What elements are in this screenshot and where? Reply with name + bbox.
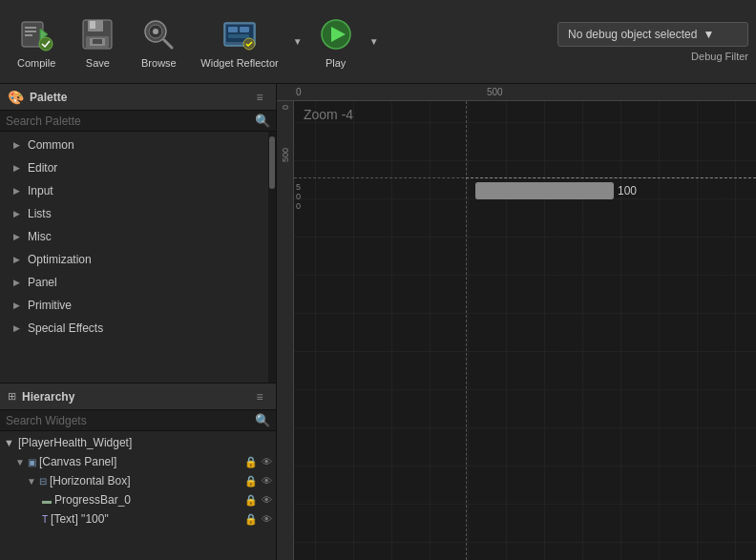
palette-search-input[interactable]	[6, 114, 251, 128]
ruler-top: 0 500	[277, 84, 756, 101]
hierarchy-menu-btn[interactable]: ≡	[251, 388, 268, 405]
hierarchy-item-hbox[interactable]: ▼ ⊟ [Horizontal Box] 🔒 👁	[0, 471, 276, 490]
progressbar-lock-icon[interactable]: 🔒	[244, 494, 258, 507]
lists-arrow: ▶	[13, 209, 20, 218]
misc-arrow: ▶	[13, 232, 20, 241]
play-button[interactable]: Play	[307, 10, 365, 74]
palette-item-panel[interactable]: ▶ Panel	[0, 271, 276, 294]
palette-item-lists[interactable]: ▶ Lists	[0, 202, 276, 225]
hbox-eye-icon[interactable]: 👁	[262, 475, 272, 487]
svg-rect-7	[93, 39, 102, 44]
palette-item-primitive-label: Primitive	[28, 299, 72, 312]
hierarchy-item-canvas[interactable]: ▼ ▣ [Canvas Panel] 🔒 👁	[0, 452, 276, 471]
root-expand-icon: ▼	[4, 437, 14, 448]
save-button[interactable]: Save	[69, 10, 126, 74]
compile-button[interactable]: Compile	[8, 10, 65, 74]
editor-arrow: ▶	[13, 163, 20, 173]
toolbar: Compile Save Browse	[0, 0, 756, 84]
hbox-icon: ⊟	[39, 476, 47, 487]
progressbar-label: ProgressBar_0	[54, 493, 244, 507]
browse-label: Browse	[141, 57, 177, 69]
palette-list: ▶ Common ▶ Editor ▶ Input ▶ Lists ▶ Mi	[0, 132, 276, 383]
compile-label: Compile	[17, 57, 55, 69]
palette-item-special-effects[interactable]: ▶ Special Effects	[0, 317, 276, 340]
debug-filter-area: No debug object selected ▼ Debug Filter	[557, 22, 748, 62]
left-panel: 🎨 Palette ≡ 🔍 ▶ Common ▶ Editor	[0, 84, 277, 560]
browse-icon	[139, 15, 178, 53]
hierarchy-item-progressbar[interactable]: ▬ ProgressBar_0 🔒 👁	[0, 490, 276, 509]
progressbar-eye-icon[interactable]: 👁	[262, 494, 272, 507]
svg-point-10	[153, 29, 158, 34]
progressbar-actions: 🔒 👁	[244, 494, 272, 507]
ruler-left-label2: 500	[281, 148, 290, 162]
debug-select-arrow: ▼	[703, 28, 714, 41]
play-icon	[317, 15, 355, 53]
hierarchy-title: Hierarchy	[22, 390, 245, 404]
ruler-left-0-mark: 5 0 0	[296, 182, 301, 211]
common-arrow: ▶	[13, 140, 20, 150]
widget-reflector-icon	[220, 15, 259, 53]
palette-item-lists-label: Lists	[28, 207, 52, 220]
svg-rect-15	[228, 34, 249, 38]
primitive-arrow: ▶	[13, 301, 20, 310]
special-effects-arrow: ▶	[13, 323, 20, 333]
v-dash-line	[466, 101, 467, 560]
debug-object-select[interactable]: No debug object selected ▼	[557, 22, 748, 47]
debug-filter-label: Debug Filter	[691, 51, 748, 62]
canvas-widget-container: 100 5 0 0	[294, 101, 756, 560]
palette-item-common[interactable]: ▶ Common	[0, 134, 276, 156]
text-actions: 🔒 👁	[244, 513, 272, 526]
palette-title: Palette	[30, 91, 245, 104]
progress-bar-visual	[475, 182, 614, 199]
hierarchy-search-input[interactable]	[6, 414, 251, 427]
compile-icon	[17, 15, 55, 53]
palette-search-icon[interactable]: 🔍	[255, 114, 270, 128]
svg-rect-13	[228, 27, 238, 32]
canvas-label: [Canvas Panel]	[39, 455, 244, 468]
palette-item-common-label: Common	[28, 138, 74, 152]
progress-bar-fill	[476, 183, 613, 198]
play-options-arrow[interactable]: ▼	[368, 0, 380, 84]
text-eye-icon[interactable]: 👁	[262, 513, 272, 526]
hierarchy-search-icon[interactable]: 🔍	[255, 413, 270, 427]
progress-widget: 100	[475, 182, 637, 199]
widget-reflector-label: Widget Reflector	[200, 57, 278, 69]
palette-item-input[interactable]: ▶ Input	[0, 179, 276, 202]
canvas-area[interactable]: 0 500 0 500 Zoom -4 100	[277, 84, 756, 560]
hbox-expand-icon: ▼	[27, 476, 36, 487]
hierarchy-item-text[interactable]: T [Text] "100" 🔒 👁	[0, 509, 276, 529]
palette-menu-btn[interactable]: ≡	[251, 89, 268, 106]
palette-item-primitive[interactable]: ▶ Primitive	[0, 294, 276, 317]
panel-arrow: ▶	[13, 278, 20, 287]
ruler-mark-0: 0	[296, 87, 302, 97]
canvas-expand-icon: ▼	[15, 457, 25, 467]
widget-reflector-button[interactable]: Widget Reflector	[191, 10, 287, 74]
hierarchy-search-bar: 🔍	[0, 410, 276, 431]
root-label: [PlayerHealth_Widget]	[18, 436, 272, 449]
hbox-label: [Horizontal Box]	[50, 474, 244, 487]
svg-rect-4	[90, 21, 95, 29]
hierarchy-header: ⊞ Hierarchy ≡	[0, 384, 276, 410]
ruler-left-label: 0	[281, 105, 290, 110]
palette-item-optimization[interactable]: ▶ Optimization	[0, 248, 276, 271]
palette-item-misc[interactable]: ▶ Misc	[0, 225, 276, 248]
palette-item-misc-label: Misc	[28, 230, 52, 243]
canvas-box-icon: ▣	[28, 457, 36, 467]
play-dropdown-arrow[interactable]: ▼	[292, 0, 304, 84]
hierarchy-item-root[interactable]: ▼ [PlayerHealth_Widget]	[0, 433, 276, 452]
hierarchy-list: ▼ [PlayerHealth_Widget] ▼ ▣ [Canvas Pane…	[0, 431, 276, 560]
canvas-lock-icon[interactable]: 🔒	[244, 456, 258, 468]
hbox-actions: 🔒 👁	[244, 475, 272, 487]
browse-button[interactable]: Browse	[130, 10, 187, 74]
text-lock-icon[interactable]: 🔒	[244, 513, 258, 526]
hbox-lock-icon[interactable]: 🔒	[244, 475, 258, 487]
play-label: Play	[326, 57, 346, 69]
save-icon	[78, 15, 116, 53]
palette-header: 🎨 Palette ≡	[0, 84, 276, 111]
canvas-eye-icon[interactable]: 👁	[262, 456, 272, 468]
svg-point-1	[39, 37, 52, 51]
main-layout: 🎨 Palette ≡ 🔍 ▶ Common ▶ Editor	[0, 84, 756, 560]
palette-item-editor[interactable]: ▶ Editor	[0, 156, 276, 179]
palette-section: 🎨 Palette ≡ 🔍 ▶ Common ▶ Editor	[0, 84, 276, 384]
svg-rect-14	[240, 27, 249, 32]
